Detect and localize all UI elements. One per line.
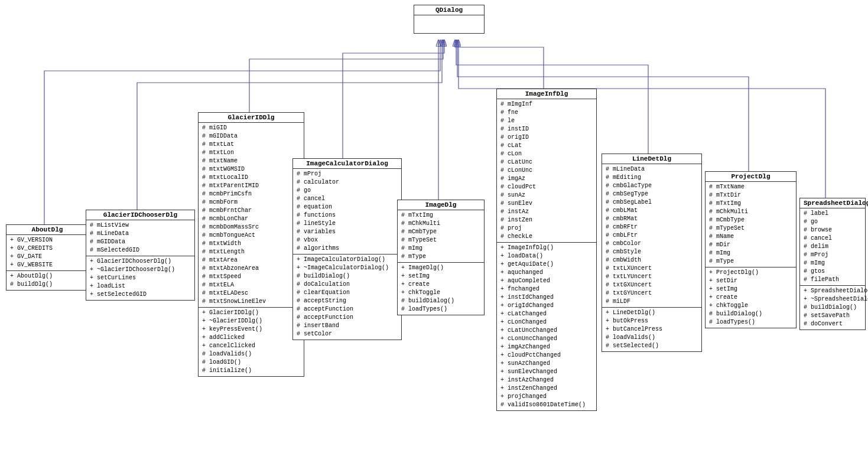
SpreadsheetDialog-title: SpreadsheetDialog [800, 198, 865, 208]
ProjectDlg-methods: + ProjectDlg() + setDir + setImg + creat… [706, 267, 796, 328]
AboutDlg-methods: + AboutDlg() # buildDlg() [6, 271, 88, 290]
QDialog-title: QDialog [414, 5, 484, 15]
GlacierIDDlg-methods: + GlacierIDDlg() + ~GlacierIDDlg() + key… [199, 308, 304, 376]
ImageInfDlg-title: ImageInfDlg [497, 89, 596, 99]
QDialog-box: QDialog [414, 5, 485, 34]
GlacierIDChooserDlg-methods: + GlacierIDChooserDlg() + ~GlacierIDChoo… [86, 256, 194, 300]
AboutDlg-box: AboutDlg + GV_VERSION + GV_CREDITS + GV_… [6, 224, 89, 291]
LineDetDlg-methods: + LineDetDlg() + butOkPress + butCancelP… [602, 308, 701, 351]
GlacierIDDlg-title: GlacierIDDlg [199, 113, 304, 123]
GlacierIDDlg-attrs: # miGID # mGIDData # mtxtLat # mtxtLon #… [199, 123, 304, 308]
SpreadsheetDialog-attrs: # label # go # browse # cancel # delim #… [800, 208, 865, 286]
ProjectDlg-box: ProjectDlg # mTxtName # mTxtDir # mTxtIm… [705, 171, 797, 328]
ImageDlg-methods: + ImageDlg() + setImg + create + chkTogg… [398, 263, 484, 315]
ImageCalculatorDialog-box: ImageCalculatorDialog # mProj # calculat… [292, 158, 402, 340]
ImageDlg-attrs: # mTxtImg # mChkMulti # mCmbType # mType… [398, 210, 484, 263]
diagram-container: QDialog AboutDlg + GV_VERSION + GV_CREDI… [0, 0, 868, 460]
ImageInfDlg-box: ImageInfDlg # mImgInf # fne # le # instI… [496, 89, 597, 411]
ImageInfDlg-attrs: # mImgInf # fne # le # instID # origID #… [497, 99, 596, 243]
ImageCalculatorDialog-title: ImageCalculatorDialog [293, 159, 401, 169]
ProjectDlg-title: ProjectDlg [706, 172, 796, 182]
GlacierIDChooserDlg-attrs: # mListView # mLineData # mGIDData # mSe… [86, 220, 194, 256]
LineDetDlg-title: LineDetDlg [602, 154, 701, 164]
ImageDlg-box: ImageDlg # mTxtImg # mChkMulti # mCmbTyp… [397, 200, 485, 315]
AboutDlg-title: AboutDlg [6, 225, 88, 235]
ImageDlg-title: ImageDlg [398, 200, 484, 210]
SpreadsheetDialog-box: SpreadsheetDialog # label # go # browse … [799, 198, 866, 330]
GlacierIDDlg-box: GlacierIDDlg # miGID # mGIDData # mtxtLa… [198, 112, 304, 377]
AboutDlg-attrs: + GV_VERSION + GV_CREDITS + GV_DATE + GV… [6, 235, 88, 271]
LineDetDlg-attrs: # mLineData # mEditing # cmbGlacType # c… [602, 164, 701, 308]
ImageInfDlg-methods: + ImageInfDlg() + loadData() + getAquiDa… [497, 243, 596, 410]
ImageCalculatorDialog-attrs: # mProj # calculator # go # cancel # equ… [293, 169, 401, 255]
ProjectDlg-attrs: # mTxtName # mTxtDir # mTxtImg # mChkMul… [706, 182, 796, 267]
ImageCalculatorDialog-methods: + ImageCalculatorDialog() + ~ImageCalcul… [293, 255, 401, 340]
GlacierIDChooserDlg-box: GlacierIDChooserDlg # mListView # mLineD… [86, 210, 195, 301]
LineDetDlg-box: LineDetDlg # mLineData # mEditing # cmbG… [602, 154, 702, 352]
SpreadsheetDialog-methods: + SpreadsheetDialog() + ~SpreadsheetDial… [800, 286, 865, 329]
GlacierIDChooserDlg-title: GlacierIDChooserDlg [86, 210, 194, 220]
